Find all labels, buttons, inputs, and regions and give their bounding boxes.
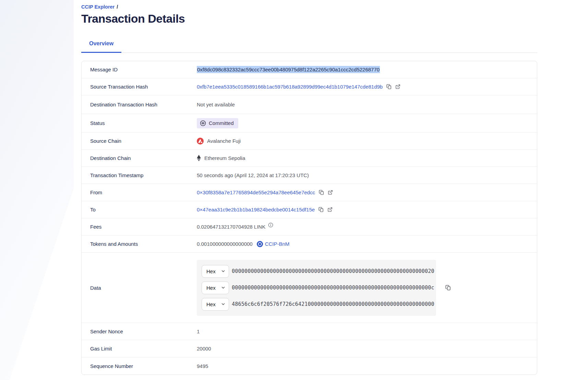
copy-icon — [445, 285, 451, 291]
copy-icon — [318, 207, 324, 212]
data-format-value: Hex — [206, 301, 216, 307]
external-link-button[interactable] — [328, 190, 333, 195]
copy-icon — [319, 189, 324, 195]
breadcrumb: CCIP Explorer / — [81, 4, 537, 10]
table-row-message-id: Message ID 0xf8dc098c832332ac59ccc73ee00… — [82, 61, 537, 78]
breadcrumb-link-ccip-explorer[interactable]: CCIP Explorer — [81, 4, 115, 10]
background-gradient — [0, 0, 80, 380]
row-label: From — [82, 189, 197, 195]
data-hex-value: 0000000000000000000000000000000000000000… — [232, 268, 434, 274]
data-format-select[interactable]: Hex — [202, 281, 229, 294]
row-label: Gas Limit — [82, 346, 197, 352]
data-line: Hex 48656c6c6f20576f726c6421000000000000… — [202, 298, 431, 311]
row-label: To — [82, 207, 197, 212]
data-format-select[interactable]: Hex — [202, 298, 229, 311]
table-row-tokens: Tokens and Amounts 0.001000000000000000 … — [82, 235, 537, 253]
gas-limit-value: 20000 — [197, 346, 211, 352]
copy-button[interactable] — [318, 207, 324, 212]
chevron-down-icon — [221, 269, 226, 274]
table-row-sequence-number: Sequence Number 9495 — [82, 357, 537, 375]
ethereum-icon — [197, 155, 201, 161]
data-format-value: Hex — [206, 285, 216, 291]
source-tx-hash-link[interactable]: 0xfb7e1eea5335c018589166b1ac597b618a9289… — [197, 84, 383, 90]
chevron-down-icon — [221, 285, 226, 290]
copy-button[interactable] — [386, 84, 392, 90]
fees-value: 0.020647132170704928 LINK — [197, 224, 265, 230]
row-label: Source Chain — [82, 138, 197, 144]
row-label: Transaction Timestamp — [82, 172, 197, 178]
data-hex-value: 0000000000000000000000000000000000000000… — [232, 285, 434, 291]
external-link-icon — [328, 190, 333, 195]
external-link-icon — [395, 84, 400, 89]
data-line: Hex 000000000000000000000000000000000000… — [202, 281, 431, 294]
row-label: Sender Nonce — [82, 329, 197, 334]
row-label: Status — [82, 120, 197, 126]
table-row-timestamp: Transaction Timestamp 50 seconds ago (Ap… — [82, 167, 537, 184]
data-hex-value: 48656c6c6f20576f726c64210000000000000000… — [232, 301, 434, 307]
table-row-source-tx-hash: Source Transaction Hash 0xfb7e1eea5335c0… — [82, 78, 537, 95]
sender-nonce-value: 1 — [197, 329, 200, 334]
from-address-link[interactable]: 0×30f8358a7e17765894de55e294a78ee645e7ed… — [197, 189, 315, 195]
dest-tx-hash-value: Not yet available — [197, 102, 235, 107]
token-amount: 0.001000000000000000 — [197, 241, 253, 247]
row-label: Data — [82, 285, 197, 291]
row-label: Message ID — [82, 67, 197, 72]
table-row-source-chain: Source Chain Avalanche Fuji — [82, 133, 537, 150]
table-row-dest-tx-hash: Destination Transaction Hash Not yet ava… — [82, 95, 537, 114]
row-label: Destination Chain — [82, 155, 197, 161]
committed-progress-icon — [200, 120, 206, 126]
data-panel: Hex 000000000000000000000000000000000000… — [197, 260, 436, 316]
table-row-gas-limit: Gas Limit 20000 — [82, 340, 537, 357]
status-badge: Committed — [197, 118, 238, 128]
table-row-to: To 0×47eaa31c9e2b1b1ba19824bedcbe0014c15… — [82, 201, 537, 218]
to-address-link[interactable]: 0×47eaa31c9e2b1b1ba19824bedcbe0014c15df1… — [197, 207, 315, 212]
avalanche-icon — [197, 138, 204, 145]
ccip-bnm-token-icon — [257, 241, 263, 247]
table-row-status: Status Committed — [82, 114, 537, 133]
row-label: Source Transaction Hash — [82, 84, 197, 90]
transaction-details-card: Message ID 0xf8dc098c832332ac59ccc73ee00… — [81, 61, 537, 375]
timestamp-value: 50 seconds ago (April 12, 2024 at 17:20:… — [197, 172, 309, 178]
message-id-value: 0xf8dc098c832332ac59ccc73ee00b480975d8f1… — [197, 66, 380, 73]
page-title: Transaction Details — [81, 12, 537, 25]
row-label: Fees — [82, 224, 197, 230]
status-badge-label: Committed — [209, 120, 234, 126]
table-row-from: From 0×30f8358a7e17765894de55e294a78ee64… — [82, 184, 537, 201]
row-label: Destination Transaction Hash — [82, 102, 197, 107]
external-link-button[interactable] — [395, 84, 400, 89]
table-row-data: Data Hex 0000000000000000000000000000000… — [82, 253, 537, 323]
data-line: Hex 000000000000000000000000000000000000… — [202, 265, 431, 278]
data-format-value: Hex — [206, 268, 216, 274]
copy-button[interactable] — [319, 189, 324, 195]
copy-icon — [386, 84, 392, 90]
info-icon — [268, 222, 273, 228]
data-format-select[interactable]: Hex — [202, 265, 229, 278]
fees-info-button[interactable] — [268, 222, 273, 229]
sequence-number-value: 9495 — [197, 363, 208, 369]
copy-data-button[interactable] — [445, 285, 451, 291]
row-label: Tokens and Amounts — [82, 241, 197, 247]
token-name-link[interactable]: CCIP-BnM — [265, 241, 290, 247]
source-chain-name: Avalanche Fuji — [207, 138, 241, 144]
table-row-dest-chain: Destination Chain Ethereum Sepolia — [82, 150, 537, 167]
table-row-sender-nonce: Sender Nonce 1 — [82, 323, 537, 340]
breadcrumb-separator: / — [117, 4, 118, 10]
tab-overview[interactable]: Overview — [81, 41, 121, 53]
transaction-details-page: CCIP Explorer / Transaction Details Over… — [81, 0, 537, 375]
tab-bar: Overview — [81, 41, 537, 53]
external-link-button[interactable] — [327, 207, 333, 212]
dest-chain-name: Ethereum Sepolia — [204, 155, 245, 161]
table-row-fees: Fees 0.020647132170704928 LINK — [82, 218, 537, 235]
external-link-icon — [327, 207, 333, 212]
row-label: Sequence Number — [82, 363, 197, 369]
chevron-down-icon — [221, 302, 226, 307]
